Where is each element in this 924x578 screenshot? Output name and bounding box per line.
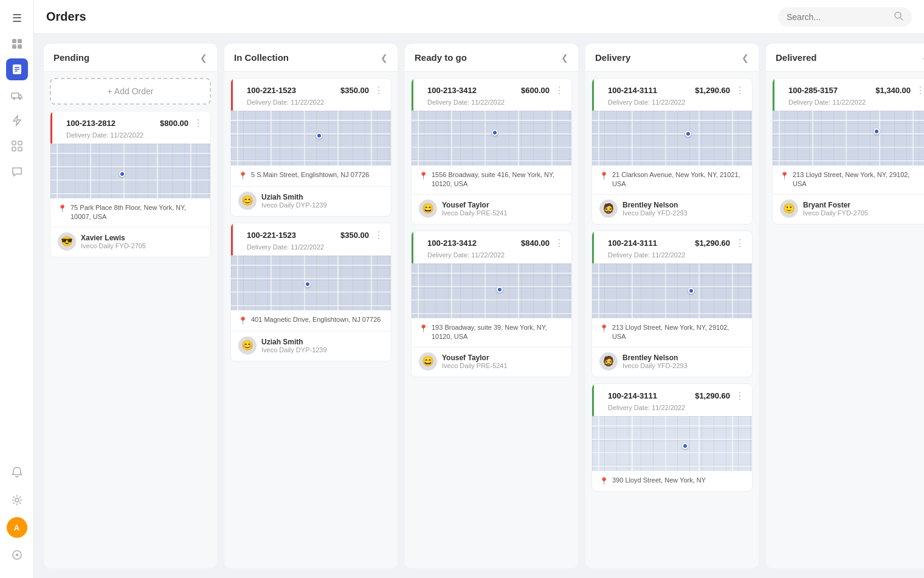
card-header-row: 100-214-3111 $1,290.60 ⋮ Delivery Date: … [592, 384, 752, 416]
status-line [773, 78, 774, 111]
card-header-row: 100-214-3111 $1,290.60 ⋮ Delivery Date: … [592, 78, 752, 111]
column-collapse-ready-to-go[interactable]: ❮ [561, 53, 568, 63]
grid-icon[interactable] [6, 135, 28, 157]
page-title: Orders [46, 10, 86, 24]
more-options-icon[interactable]: ⋮ [735, 390, 745, 402]
more-options-icon[interactable]: ⋮ [554, 85, 564, 96]
svg-rect-5 [15, 67, 19, 68]
card-header: 100-213-3412 $840.00 ⋮ [420, 231, 571, 251]
address-text: 75 Park Place 8th Floor, New York, NY, 1… [71, 203, 203, 222]
order-driver: 😊 Uziah Smith Iveco Daily DYP-1239 [231, 331, 391, 361]
pin-icon: 📍 [58, 204, 67, 214]
plugin-icon[interactable] [6, 544, 28, 566]
address-text: 390 Lloyd Street, New York, NY [612, 476, 706, 485]
dashboard-icon[interactable] [6, 33, 28, 55]
order-id: 100-213-3412 [427, 239, 477, 248]
driver-name: Xavier Lewis [81, 234, 146, 242]
more-options-icon[interactable]: ⋮ [915, 85, 924, 96]
svg-rect-2 [12, 44, 16, 49]
svg-rect-3 [18, 44, 22, 49]
column-collapse-in-collection[interactable]: ❮ [381, 53, 388, 63]
column-ready-to-go: Ready to go ❮ 100-213-3412 $600.00 ⋮ Del… [405, 44, 578, 568]
order-card[interactable]: 100-213-2812 $800.00 ⋮ Delivery Date: 11… [50, 111, 211, 257]
column-header-delivered: Delivered ❮ [766, 44, 924, 72]
column-collapse-pending[interactable]: ❮ [200, 53, 207, 63]
order-card[interactable]: 100-285-3157 $1,340.00 ⋮ Delivery Date: … [772, 78, 924, 225]
search-input[interactable] [787, 12, 889, 22]
map-location-dot [682, 443, 688, 449]
order-date: Delivery Date: 11/22/2022 [781, 99, 924, 111]
order-id: 100-221-1523 [247, 231, 296, 240]
delivery-icon[interactable] [6, 84, 28, 106]
pin-icon: 📍 [780, 171, 789, 181]
map-location-dot [874, 128, 880, 134]
driver-name: Yousef Taylor [442, 201, 508, 209]
order-driver: 😎 Xavier Lewis Iveco Daily FYD-2705 [50, 227, 210, 257]
card-header-row: 100-221-1523 $350.00 ⋮ Delivery Date: 11… [231, 223, 391, 256]
more-options-icon[interactable]: ⋮ [374, 85, 384, 96]
map-location-dot [305, 281, 311, 287]
driver-vehicle: Iveco Daily DYP-1239 [261, 346, 327, 353]
order-map [412, 263, 571, 318]
column-header-pending: Pending ❮ [44, 44, 217, 72]
more-options-icon[interactable]: ⋮ [554, 237, 564, 249]
svg-rect-14 [18, 147, 22, 151]
driver-vehicle: Iveco Daily YFD-2293 [622, 362, 688, 369]
order-card[interactable]: 100-213-3412 $840.00 ⋮ Delivery Date: 11… [411, 231, 572, 377]
order-driver: 😊 Uziah Smith Iveco Daily DYP-1239 [231, 186, 391, 216]
add-order-button[interactable]: + Add Order [50, 78, 211, 105]
notification-icon[interactable] [6, 461, 28, 483]
column-collapse-delivery[interactable]: ❮ [742, 53, 749, 63]
driver-name: Brentley Nelson [622, 353, 688, 362]
svg-point-10 [19, 97, 21, 100]
chat-icon[interactable] [6, 161, 28, 183]
driver-avatar: 😊 [238, 192, 257, 210]
order-id: 100-221-1523 [247, 86, 296, 95]
order-id: 100-214-3111 [608, 239, 657, 248]
order-driver: 😄 Yousef Taylor Iveco Daily PRE-5241 [412, 194, 571, 224]
sidebar: ☰ [0, 0, 34, 578]
card-header: 100-285-3157 $1,340.00 ⋮ [781, 78, 924, 99]
driver-vehicle: Iveco Daily PRE-5241 [442, 209, 508, 217]
order-date: Delivery Date: 11/22/2022 [240, 99, 391, 111]
svg-rect-6 [15, 69, 19, 70]
svg-point-9 [13, 97, 15, 100]
order-card[interactable]: 100-214-3111 $1,290.60 ⋮ Delivery Date: … [591, 231, 753, 377]
header: Orders [34, 0, 924, 34]
column-title-in-collection: In Collection [234, 52, 289, 63]
order-card[interactable]: 100-214-3111 $1,290.60 ⋮ Delivery Date: … [591, 383, 753, 492]
order-date: Delivery Date: 11/22/2022 [59, 131, 210, 144]
address-text: 193 Broadway, suite 39, New York, NY, 10… [432, 323, 564, 342]
order-date: Delivery Date: 11/22/2022 [420, 99, 571, 111]
order-address: 📍 401 Magnetic Drive, Englishtown, NJ 07… [231, 310, 391, 331]
order-address: 📍 213 Lloyd Street, New York, NY, 29102,… [592, 318, 752, 347]
order-date: Delivery Date: 11/22/2022 [240, 243, 391, 256]
svg-point-17 [16, 554, 18, 556]
order-card[interactable]: 100-213-3412 $600.00 ⋮ Delivery Date: 11… [411, 78, 572, 225]
search-box[interactable] [778, 7, 912, 27]
more-options-icon[interactable]: ⋮ [374, 229, 384, 241]
order-driver: 🙂 Bryant Foster Iveco Daily FYD-2705 [773, 194, 924, 224]
settings-icon[interactable] [6, 489, 28, 511]
flash-icon[interactable] [6, 110, 28, 131]
order-card[interactable]: 100-221-1523 $350.00 ⋮ Delivery Date: 11… [230, 223, 391, 361]
map-location-dot [685, 131, 691, 137]
order-map [231, 111, 391, 165]
more-options-icon[interactable]: ⋮ [193, 117, 203, 129]
main-content: Orders Pending ❮ + Add Order 100-213-281… [34, 0, 924, 578]
driver-vehicle: Iveco Daily FYD-2705 [803, 209, 868, 217]
orders-icon[interactable] [6, 58, 28, 80]
driver-vehicle: Iveco Daily YFD-2293 [622, 209, 688, 217]
search-icon [894, 11, 903, 23]
more-options-icon[interactable]: ⋮ [735, 237, 745, 249]
order-map [592, 111, 752, 165]
driver-avatar: 🧔 [599, 200, 618, 218]
column-title-delivered: Delivered [776, 52, 817, 63]
user-avatar[interactable]: A [7, 517, 27, 538]
order-id: 100-213-2812 [66, 119, 116, 128]
more-options-icon[interactable]: ⋮ [735, 85, 745, 96]
menu-icon[interactable]: ☰ [6, 7, 28, 29]
order-card[interactable]: 100-221-1523 $350.00 ⋮ Delivery Date: 11… [230, 78, 391, 217]
order-driver: 😄 Yousef Taylor Iveco Daily PRE-5241 [412, 347, 571, 377]
order-card[interactable]: 100-214-3111 $1,290.60 ⋮ Delivery Date: … [591, 78, 753, 225]
